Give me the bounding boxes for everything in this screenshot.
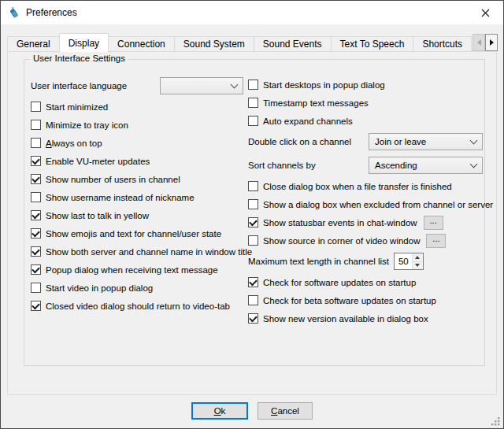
checkmark-icon bbox=[249, 218, 258, 227]
row-show-number-of-users-in-channel: Show number of users in channel bbox=[31, 173, 243, 185]
label-check-for-software-updates-on-startup[interactable]: Check for software updates on startup bbox=[263, 278, 416, 287]
app-icon bbox=[8, 6, 20, 19]
preferences-window: Preferences GeneralDisplayConnectionSoun… bbox=[0, 0, 504, 429]
checkmark-icon bbox=[32, 157, 40, 165]
row-closed-video-dialog-should-return-to-video-tab: Closed video dialog should return to vid… bbox=[31, 300, 243, 312]
checkmark-icon bbox=[32, 247, 40, 256]
label-popup-dialog-when-receiving-text-message[interactable]: Popup dialog when receiving text message bbox=[46, 265, 218, 275]
checkbox-show-statusbar-events-in-chat-window[interactable] bbox=[248, 217, 258, 227]
checkbox-show-number-of-users-in-channel[interactable] bbox=[31, 174, 41, 184]
checkmark-icon bbox=[249, 314, 258, 323]
tab-text-to-speech[interactable]: Text To Speech bbox=[331, 36, 414, 52]
combobox-double-click-on-a-channel[interactable]: Join or leave bbox=[369, 133, 483, 150]
chevron-down-icon bbox=[470, 137, 478, 145]
label-always-on-top[interactable]: Always on top bbox=[46, 139, 102, 148]
label-start-video-in-popup-dialog[interactable]: Start video in popup dialog bbox=[46, 283, 153, 293]
language-combobox[interactable] bbox=[160, 77, 243, 94]
checkbox-start-video-in-popup-dialog[interactable] bbox=[31, 283, 41, 293]
checkbox-timestamp-text-messages[interactable] bbox=[248, 98, 258, 108]
checkbox-start-desktops-in-popup-dialog[interactable] bbox=[248, 80, 258, 90]
label-show-source-in-corner-of-video-window[interactable]: Show source in corner of video window bbox=[263, 236, 420, 246]
tab-bar: GeneralDisplayConnectionSound SystemSoun… bbox=[7, 33, 472, 52]
right-column: Start desktops in popup dialogTimestamp … bbox=[248, 79, 484, 324]
browse-button-show-statusbar-events-in-chat-window[interactable]: ... bbox=[424, 216, 443, 230]
checkbox-show-new-version-available-in-dialog-box[interactable] bbox=[248, 313, 258, 324]
browse-button-show-source-in-corner-of-video-window[interactable]: ... bbox=[426, 234, 446, 248]
label-check-for-beta-software-updates-on-startup[interactable]: Check for beta software updates on start… bbox=[263, 296, 436, 305]
row-show-source-in-corner-of-video-window: Show source in corner of video window... bbox=[248, 235, 484, 246]
checkbox-auto-expand-channels[interactable] bbox=[248, 116, 258, 126]
checkbox-close-dialog-box-when-a-file-transfer-is-finished[interactable] bbox=[248, 181, 258, 191]
row-show-username-instead-of-nickname: Show username instead of nickname bbox=[31, 191, 243, 203]
combobox-sort-channels-by[interactable]: Ascending bbox=[369, 157, 483, 174]
display-tab-panel: User Interface Settings User interface l… bbox=[7, 51, 497, 395]
row-double-click-on-a-channel: Double click on a channelJoin or leave bbox=[248, 133, 484, 150]
checkbox-enable-vu-meter-updates[interactable] bbox=[31, 156, 41, 166]
checkbox-show-username-instead-of-nickname[interactable] bbox=[31, 192, 41, 202]
ok-button[interactable]: Ok bbox=[191, 402, 248, 420]
group-user-interface-settings: User Interface Settings User interface l… bbox=[24, 59, 485, 366]
row-start-minimized: Start minimized bbox=[31, 101, 243, 113]
checkbox-always-on-top[interactable] bbox=[31, 138, 41, 148]
label-timestamp-text-messages[interactable]: Timestamp text messages bbox=[263, 98, 369, 108]
combobox-value: Ascending bbox=[375, 161, 417, 170]
label-show-last-to-talk-in-yellow[interactable]: Show last to talk in yellow bbox=[46, 211, 149, 220]
window-title: Preferences bbox=[26, 7, 77, 18]
label-auto-expand-channels[interactable]: Auto expand channels bbox=[263, 116, 353, 126]
close-icon[interactable] bbox=[468, 1, 503, 24]
row-sort-channels-by: Sort channels byAscending bbox=[248, 157, 484, 174]
checkbox-start-minimized[interactable] bbox=[31, 102, 41, 112]
title-bar[interactable]: Preferences bbox=[1, 1, 503, 24]
row-maximum-text-length-in-channel-list: Maximum text length in channel list50 bbox=[248, 253, 484, 270]
label-minimize-to-tray-icon[interactable]: Minimize to tray icon bbox=[46, 120, 128, 130]
checkbox-minimize-to-tray-icon[interactable] bbox=[31, 120, 41, 130]
label-show-username-instead-of-nickname[interactable]: Show username instead of nickname bbox=[46, 193, 195, 202]
checkbox-show-source-in-corner-of-video-window[interactable] bbox=[248, 235, 258, 246]
row-popup-dialog-when-receiving-text-message: Popup dialog when receiving text message bbox=[31, 264, 243, 276]
tab-video[interactable]: Video bbox=[471, 36, 472, 52]
row-enable-vu-meter-updates: Enable VU-meter updates bbox=[31, 155, 243, 167]
label-show-both-server-and-channel-name-in-window-title[interactable]: Show both server and channel name in win… bbox=[46, 247, 252, 257]
checkbox-show-last-to-talk-in-yellow[interactable] bbox=[31, 210, 41, 220]
label-show-number-of-users-in-channel[interactable]: Show number of users in channel bbox=[46, 175, 180, 184]
label-show-a-dialog-box-when-excluded-from-channel-or-server[interactable]: Show a dialog box when excluded from cha… bbox=[263, 200, 493, 209]
checkbox-check-for-beta-software-updates-on-startup[interactable] bbox=[248, 295, 258, 305]
label-show-emojis-and-text-for-channel-user-state[interactable]: Show emojis and text for channel/user st… bbox=[46, 229, 221, 239]
spinbox-maximum-text-length-in-channel-list[interactable]: 50 bbox=[394, 253, 424, 270]
tab-scroll-left-icon bbox=[472, 34, 485, 51]
tab-display[interactable]: Display bbox=[59, 33, 109, 52]
language-row: User interface language bbox=[31, 77, 243, 94]
label-start-minimized[interactable]: Start minimized bbox=[46, 102, 108, 112]
cancel-button[interactable]: Cancel bbox=[258, 402, 313, 420]
checkbox-show-a-dialog-box-when-excluded-from-channel-or-server[interactable] bbox=[248, 199, 258, 209]
checkbox-show-emojis-and-text-for-channel-user-state[interactable] bbox=[31, 228, 41, 239]
row-minimize-to-tray-icon: Minimize to tray icon bbox=[31, 119, 243, 131]
spin-down-icon[interactable] bbox=[413, 261, 423, 270]
checkmark-icon bbox=[32, 175, 40, 183]
checkbox-check-for-software-updates-on-startup[interactable] bbox=[248, 277, 258, 287]
checkbox-show-both-server-and-channel-name-in-window-title[interactable] bbox=[31, 246, 41, 257]
chevron-down-icon bbox=[231, 81, 239, 89]
row-timestamp-text-messages: Timestamp text messages bbox=[248, 97, 484, 109]
row-auto-expand-channels: Auto expand channels bbox=[248, 115, 484, 127]
label-closed-video-dialog-should-return-to-video-tab[interactable]: Closed video dialog should return to vid… bbox=[46, 301, 230, 311]
resize-grip-icon[interactable] bbox=[491, 416, 501, 426]
tab-connection[interactable]: Connection bbox=[108, 36, 175, 52]
checkbox-closed-video-dialog-should-return-to-video-tab[interactable] bbox=[31, 301, 41, 311]
tab-scroll-right-icon[interactable] bbox=[485, 34, 498, 51]
label-show-new-version-available-in-dialog-box[interactable]: Show new version available in dialog box bbox=[263, 314, 428, 324]
label-double-click-on-a-channel: Double click on a channel bbox=[248, 137, 369, 146]
label-show-statusbar-events-in-chat-window[interactable]: Show statusbar events in chat-window bbox=[263, 218, 417, 227]
checkbox-popup-dialog-when-receiving-text-message[interactable] bbox=[31, 264, 41, 275]
tab-shortcuts[interactable]: Shortcuts bbox=[413, 36, 472, 52]
tab-sound-system[interactable]: Sound System bbox=[174, 36, 254, 52]
row-show-emojis-and-text-for-channel-user-state: Show emojis and text for channel/user st… bbox=[31, 227, 243, 239]
spin-up-icon[interactable] bbox=[413, 253, 423, 261]
tab-general[interactable]: General bbox=[7, 36, 60, 52]
label-start-desktops-in-popup-dialog[interactable]: Start desktops in popup dialog bbox=[263, 80, 385, 90]
label-close-dialog-box-when-a-file-transfer-is-finished[interactable]: Close dialog box when a file transfer is… bbox=[263, 182, 452, 191]
checkmark-icon bbox=[32, 211, 40, 220]
label-enable-vu-meter-updates[interactable]: Enable VU-meter updates bbox=[46, 157, 150, 166]
tab-sound-events[interactable]: Sound Events bbox=[254, 36, 332, 52]
tab-scrollers bbox=[472, 34, 498, 51]
